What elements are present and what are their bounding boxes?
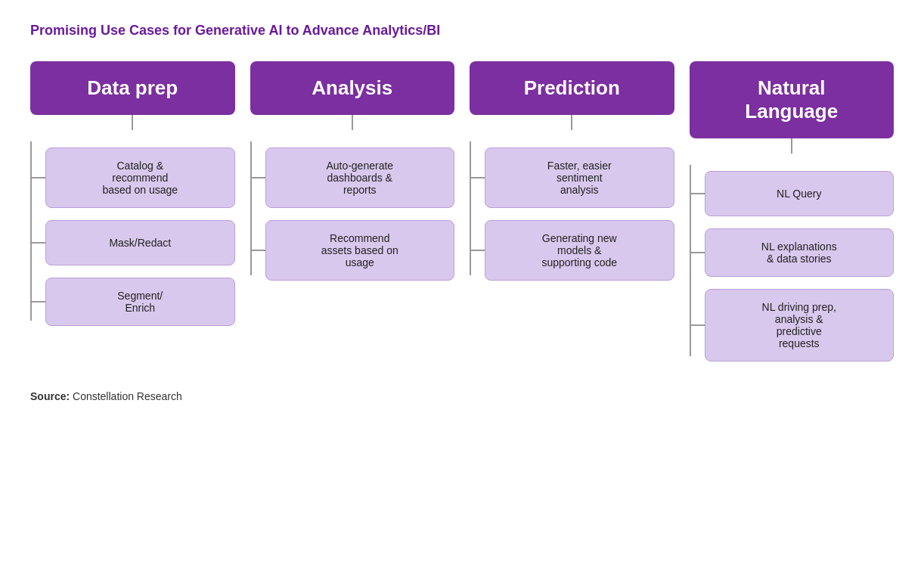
item-analysis-1: Recommend assets based on usage [265,220,455,281]
connector-analysis [352,115,353,130]
item-data-prep-2: Segment/ Enrich [45,278,235,326]
list-item: NL Query [690,171,895,216]
list-item: Catalog & recommend based on usage [30,147,235,208]
column-analysis: AnalysisAuto-generate dashboards & repor… [250,61,455,287]
header-prediction: Prediction [470,61,674,115]
list-item: Recommend assets based on usage [250,220,455,281]
item-natural-language-2: NL driving prep, analysis & predictive r… [705,289,895,362]
item-natural-language-1: NL explanations & data stories [705,228,895,277]
item-prediction-0: Faster, easier sentiment analysis [485,147,674,208]
item-data-prep-1: Mask/Redact [45,220,235,265]
column-prediction: PredictionFaster, easier sentiment analy… [470,61,674,287]
source-text: Constellation Research [73,390,182,402]
connector-natural-language [791,138,792,154]
bracket-prediction: Faster, easier sentiment analysisGenerat… [470,130,674,287]
header-natural-language: Natural Language [690,61,895,138]
source-line: Source: Constellation Research [30,390,894,402]
item-natural-language-0: NL Query [705,171,895,216]
list-item: NL driving prep, analysis & predictive r… [690,289,895,362]
list-item: Generating new models & supporting code [470,220,674,281]
header-data-prep: Data prep [30,61,235,115]
header-analysis: Analysis [250,61,455,115]
bracket-natural-language: NL QueryNL explanations & data storiesNL… [690,154,895,368]
item-prediction-1: Generating new models & supporting code [485,220,674,281]
item-analysis-0: Auto-generate dashboards & reports [265,147,455,208]
connector-prediction [571,115,572,130]
list-item: NL explanations & data stories [690,228,895,277]
connector-data-prep [132,115,133,130]
list-item: Faster, easier sentiment analysis [470,147,674,208]
list-item: Segment/ Enrich [30,278,235,326]
source-label: Source: [30,390,70,402]
column-data-prep: Data prepCatalog & recommend based on us… [30,61,235,332]
list-item: Mask/Redact [30,220,235,265]
bracket-data-prep: Catalog & recommend based on usageMask/R… [30,130,235,332]
bracket-analysis: Auto-generate dashboards & reportsRecomm… [250,130,455,287]
column-natural-language: Natural LanguageNL QueryNL explanations … [690,61,895,368]
page-title: Promising Use Cases for Generative AI to… [30,23,894,39]
list-item: Auto-generate dashboards & reports [250,147,455,208]
item-data-prep-0: Catalog & recommend based on usage [45,147,235,208]
diagram: Data prepCatalog & recommend based on us… [30,61,894,368]
